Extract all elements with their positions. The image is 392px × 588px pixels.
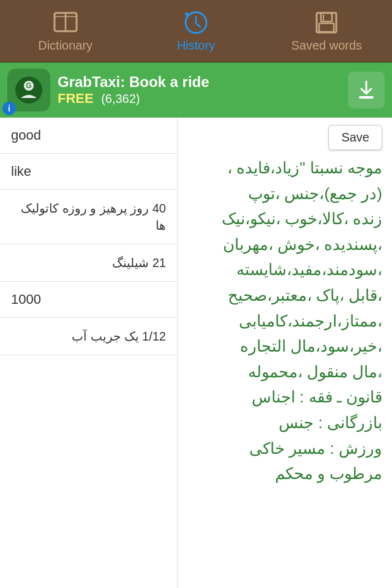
main-content: good like 40 روز پرهیز و روزه کاتولیک ها… xyxy=(0,118,392,588)
svg-text:G: G xyxy=(26,81,31,90)
ad-download-button[interactable] xyxy=(348,72,385,108)
list-item[interactable]: 40 روز پرهیز و روزه کاتولیک ها xyxy=(0,190,177,244)
definition-panel: Save موجه نسبتا "زیاد،فایده ، (در جمع)،ج… xyxy=(178,118,392,588)
history-item-text: 1/12 یک جریب آب xyxy=(72,330,166,343)
tab-history[interactable]: History xyxy=(130,0,261,62)
history-item-text: 1000 xyxy=(11,292,41,307)
list-item[interactable]: 21 شیلینگ xyxy=(0,244,177,282)
history-item-text: good xyxy=(11,127,41,143)
ad-title: GrabTaxi: Book a ride xyxy=(58,74,348,91)
list-item[interactable]: good xyxy=(0,118,177,154)
list-item[interactable]: 1/12 یک جریب آب xyxy=(0,318,177,355)
save-icon xyxy=(313,9,340,36)
svg-rect-14 xyxy=(359,96,374,99)
svg-rect-9 xyxy=(319,23,334,32)
ad-free-label: FREE xyxy=(58,91,94,106)
save-button[interactable]: Save xyxy=(328,125,382,150)
tab-history-label: History xyxy=(177,39,215,53)
tab-saved-label: Saved words xyxy=(292,39,363,53)
history-item-text: like xyxy=(11,164,31,179)
book-icon xyxy=(52,9,79,36)
history-item-text: 40 روز پرهیز و روزه کاتولیک ها xyxy=(21,202,166,232)
ad-info: GrabTaxi: Book a ride FREE (6,362) xyxy=(58,74,348,107)
clock-icon xyxy=(183,9,209,36)
tab-dictionary[interactable]: Dictionary xyxy=(0,0,130,62)
history-item-text: 21 شیلینگ xyxy=(112,256,166,270)
tab-dictionary-label: Dictionary xyxy=(38,39,92,53)
svg-line-6 xyxy=(196,23,200,27)
list-item[interactable]: like xyxy=(0,154,177,190)
info-badge[interactable]: i xyxy=(2,102,16,115)
history-list: good like 40 روز پرهیز و روزه کاتولیک ها… xyxy=(0,118,178,588)
list-item[interactable]: 1000 xyxy=(0,282,177,318)
tab-saved[interactable]: Saved words xyxy=(262,0,392,62)
ad-banner[interactable]: G GrabTaxi: Book a ride FREE (6,362) i xyxy=(0,62,392,118)
svg-rect-8 xyxy=(321,13,332,21)
definition-text: موجه نسبتا "زیاد،فایده ، (در جمع)،جنس ،ت… xyxy=(187,156,382,487)
ad-count: (6,362) xyxy=(101,92,140,105)
tab-bar: Dictionary History Saved words xyxy=(0,0,392,62)
